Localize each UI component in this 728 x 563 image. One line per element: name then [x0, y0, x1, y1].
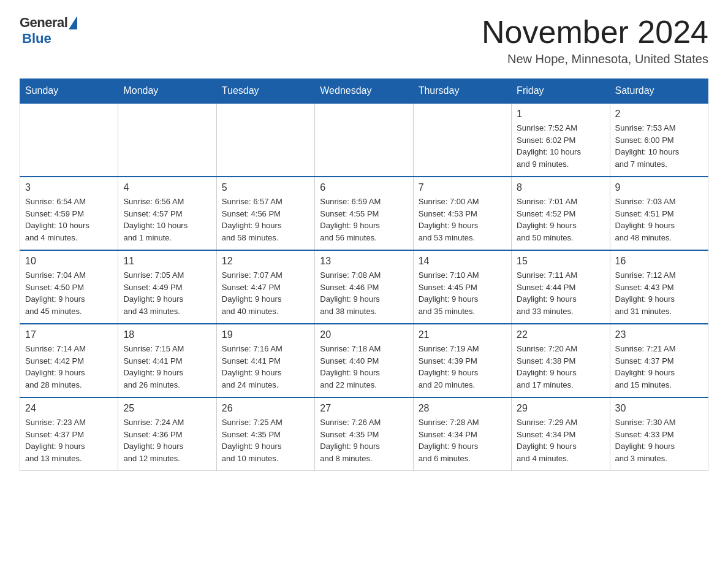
calendar-cell: 13Sunrise: 7:08 AM Sunset: 4:46 PM Dayli… [315, 250, 413, 324]
day-info: Sunrise: 7:25 AM Sunset: 4:35 PM Dayligh… [222, 416, 309, 464]
day-number: 16 [615, 256, 703, 267]
calendar-cell: 17Sunrise: 7:14 AM Sunset: 4:42 PM Dayli… [20, 324, 118, 397]
calendar-week-3: 10Sunrise: 7:04 AM Sunset: 4:50 PM Dayli… [20, 250, 708, 324]
day-number: 9 [615, 182, 703, 193]
day-number: 4 [123, 182, 211, 193]
location-subtitle: New Hope, Minnesota, United States [482, 52, 708, 66]
logo-triangle-icon [69, 16, 77, 29]
calendar-header-wednesday: Wednesday [315, 79, 413, 104]
day-info: Sunrise: 7:18 AM Sunset: 4:40 PM Dayligh… [320, 343, 408, 391]
calendar-cell: 12Sunrise: 7:07 AM Sunset: 4:47 PM Dayli… [216, 250, 314, 324]
calendar-cell: 3Sunrise: 6:54 AM Sunset: 4:59 PM Daylig… [20, 177, 118, 250]
calendar-cell: 20Sunrise: 7:18 AM Sunset: 4:40 PM Dayli… [315, 324, 413, 397]
day-info: Sunrise: 7:21 AM Sunset: 4:37 PM Dayligh… [615, 343, 703, 391]
calendar-cell [118, 103, 216, 177]
calendar-header-tuesday: Tuesday [216, 79, 314, 104]
calendar-cell: 25Sunrise: 7:24 AM Sunset: 4:36 PM Dayli… [118, 397, 216, 471]
day-number: 26 [222, 403, 309, 414]
calendar-cell: 27Sunrise: 7:26 AM Sunset: 4:35 PM Dayli… [315, 397, 413, 471]
title-section: November 2024 New Hope, Minnesota, Unite… [482, 15, 708, 66]
day-info: Sunrise: 7:52 AM Sunset: 6:02 PM Dayligh… [517, 122, 604, 170]
day-number: 13 [320, 256, 408, 267]
day-number: 27 [320, 403, 408, 414]
day-number: 2 [615, 109, 703, 120]
calendar-header-thursday: Thursday [413, 79, 511, 104]
day-number: 28 [419, 403, 506, 414]
day-info: Sunrise: 7:14 AM Sunset: 4:42 PM Dayligh… [25, 343, 113, 391]
logo-blue-text: Blue [22, 31, 51, 47]
calendar-cell: 18Sunrise: 7:15 AM Sunset: 4:41 PM Dayli… [118, 324, 216, 397]
calendar-cell: 15Sunrise: 7:11 AM Sunset: 4:44 PM Dayli… [512, 250, 610, 324]
day-number: 30 [615, 403, 703, 414]
calendar-cell: 16Sunrise: 7:12 AM Sunset: 4:43 PM Dayli… [610, 250, 708, 324]
calendar-cell: 23Sunrise: 7:21 AM Sunset: 4:37 PM Dayli… [610, 324, 708, 397]
calendar-header-saturday: Saturday [610, 79, 708, 104]
day-info: Sunrise: 7:24 AM Sunset: 4:36 PM Dayligh… [123, 416, 211, 464]
day-number: 19 [222, 329, 309, 340]
day-info: Sunrise: 6:54 AM Sunset: 4:59 PM Dayligh… [25, 196, 113, 243]
page-header: General Blue November 2024 New Hope, Min… [20, 15, 708, 66]
day-number: 18 [123, 329, 211, 340]
calendar-cell: 2Sunrise: 7:53 AM Sunset: 6:00 PM Daylig… [610, 103, 708, 177]
day-info: Sunrise: 7:08 AM Sunset: 4:46 PM Dayligh… [320, 269, 408, 317]
day-info: Sunrise: 7:29 AM Sunset: 4:34 PM Dayligh… [517, 416, 604, 464]
day-number: 29 [517, 403, 604, 414]
calendar-cell: 22Sunrise: 7:20 AM Sunset: 4:38 PM Dayli… [512, 324, 610, 397]
calendar-cell: 9Sunrise: 7:03 AM Sunset: 4:51 PM Daylig… [610, 177, 708, 250]
day-number: 1 [517, 109, 604, 120]
day-info: Sunrise: 7:00 AM Sunset: 4:53 PM Dayligh… [419, 196, 506, 243]
calendar-cell: 30Sunrise: 7:30 AM Sunset: 4:33 PM Dayli… [610, 397, 708, 471]
day-number: 7 [419, 182, 506, 193]
calendar-cell: 11Sunrise: 7:05 AM Sunset: 4:49 PM Dayli… [118, 250, 216, 324]
day-info: Sunrise: 7:07 AM Sunset: 4:47 PM Dayligh… [222, 269, 309, 317]
calendar-cell: 10Sunrise: 7:04 AM Sunset: 4:50 PM Dayli… [20, 250, 118, 324]
day-number: 11 [123, 256, 211, 267]
calendar-cell: 29Sunrise: 7:29 AM Sunset: 4:34 PM Dayli… [512, 397, 610, 471]
day-number: 5 [222, 182, 309, 193]
calendar-cell: 21Sunrise: 7:19 AM Sunset: 4:39 PM Dayli… [413, 324, 511, 397]
calendar-week-1: 1Sunrise: 7:52 AM Sunset: 6:02 PM Daylig… [20, 103, 708, 177]
day-number: 3 [25, 182, 113, 193]
calendar-cell: 6Sunrise: 6:59 AM Sunset: 4:55 PM Daylig… [315, 177, 413, 250]
calendar-cell: 19Sunrise: 7:16 AM Sunset: 4:41 PM Dayli… [216, 324, 314, 397]
calendar-header-friday: Friday [512, 79, 610, 104]
calendar-week-4: 17Sunrise: 7:14 AM Sunset: 4:42 PM Dayli… [20, 324, 708, 397]
calendar-week-2: 3Sunrise: 6:54 AM Sunset: 4:59 PM Daylig… [20, 177, 708, 250]
calendar-cell [216, 103, 314, 177]
day-info: Sunrise: 7:23 AM Sunset: 4:37 PM Dayligh… [25, 416, 113, 464]
day-info: Sunrise: 7:30 AM Sunset: 4:33 PM Dayligh… [615, 416, 703, 464]
day-info: Sunrise: 7:03 AM Sunset: 4:51 PM Dayligh… [615, 196, 703, 243]
day-number: 6 [320, 182, 408, 193]
day-number: 24 [25, 403, 113, 414]
day-number: 15 [517, 256, 604, 267]
day-info: Sunrise: 6:59 AM Sunset: 4:55 PM Dayligh… [320, 196, 408, 243]
day-number: 23 [615, 329, 703, 340]
day-info: Sunrise: 6:56 AM Sunset: 4:57 PM Dayligh… [123, 196, 211, 243]
calendar-cell: 4Sunrise: 6:56 AM Sunset: 4:57 PM Daylig… [118, 177, 216, 250]
logo: General Blue [20, 15, 77, 47]
day-number: 20 [320, 329, 408, 340]
day-number: 17 [25, 329, 113, 340]
day-info: Sunrise: 7:15 AM Sunset: 4:41 PM Dayligh… [123, 343, 211, 391]
day-number: 21 [419, 329, 506, 340]
day-number: 22 [517, 329, 604, 340]
day-info: Sunrise: 7:01 AM Sunset: 4:52 PM Dayligh… [517, 196, 604, 243]
logo-general-text: General [20, 15, 67, 31]
calendar-cell: 1Sunrise: 7:52 AM Sunset: 6:02 PM Daylig… [512, 103, 610, 177]
calendar-cell: 7Sunrise: 7:00 AM Sunset: 4:53 PM Daylig… [413, 177, 511, 250]
calendar-cell [315, 103, 413, 177]
calendar-cell: 5Sunrise: 6:57 AM Sunset: 4:56 PM Daylig… [216, 177, 314, 250]
calendar-cell [413, 103, 511, 177]
day-number: 25 [123, 403, 211, 414]
day-info: Sunrise: 7:28 AM Sunset: 4:34 PM Dayligh… [419, 416, 506, 464]
day-info: Sunrise: 7:53 AM Sunset: 6:00 PM Dayligh… [615, 122, 703, 170]
day-number: 14 [419, 256, 506, 267]
day-info: Sunrise: 7:05 AM Sunset: 4:49 PM Dayligh… [123, 269, 211, 317]
day-number: 8 [517, 182, 604, 193]
day-info: Sunrise: 7:12 AM Sunset: 4:43 PM Dayligh… [615, 269, 703, 317]
calendar-table: SundayMondayTuesdayWednesdayThursdayFrid… [20, 79, 708, 471]
calendar-cell [20, 103, 118, 177]
day-info: Sunrise: 7:10 AM Sunset: 4:45 PM Dayligh… [419, 269, 506, 317]
calendar-cell: 28Sunrise: 7:28 AM Sunset: 4:34 PM Dayli… [413, 397, 511, 471]
day-info: Sunrise: 7:11 AM Sunset: 4:44 PM Dayligh… [517, 269, 604, 317]
